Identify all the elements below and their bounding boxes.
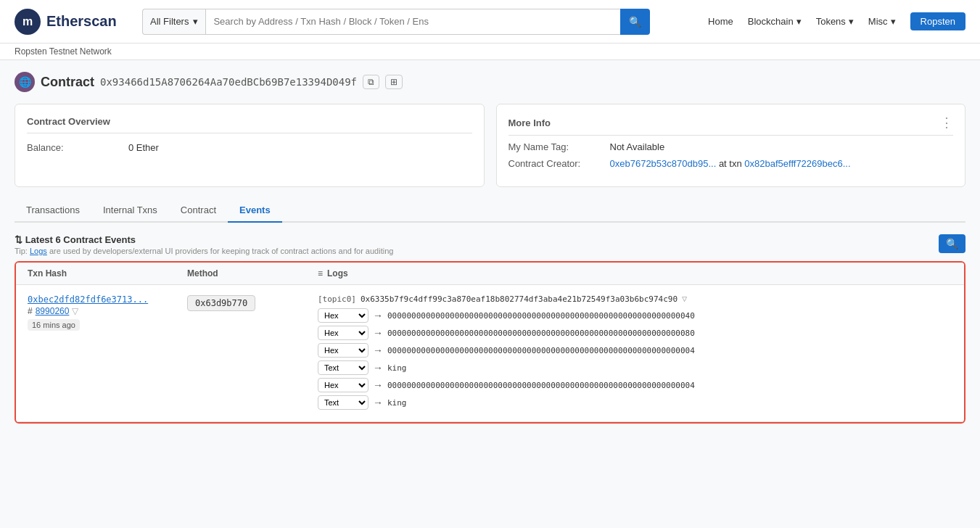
logo-text: Etherscan bbox=[46, 13, 117, 30]
block-number-link[interactable]: 8990260 bbox=[36, 306, 70, 316]
tab-transactions[interactable]: Transactions bbox=[15, 199, 91, 223]
txn-column: 0xbec2dfd82fdf6e3713... # 8990260 ▽ 16 m… bbox=[28, 294, 187, 331]
log-entry-4: HexTextNumber → 000000000000000000000000… bbox=[318, 378, 952, 392]
log-type-select-1[interactable]: HexTextNumber bbox=[318, 326, 368, 340]
arrow-icon-2: → bbox=[373, 345, 383, 356]
col-header-txn-hash: Txn Hash bbox=[28, 268, 187, 279]
header: m Etherscan All Filters ▾ 🔍 Home Blockch… bbox=[0, 0, 980, 44]
overview-card-title: Contract Overview bbox=[27, 116, 472, 133]
block-filter-icon: ▽ bbox=[72, 306, 78, 316]
network-button[interactable]: Ropsten bbox=[910, 12, 965, 30]
arrow-icon-1: → bbox=[373, 327, 383, 339]
tab-internal-txns[interactable]: Internal Txns bbox=[91, 199, 169, 223]
table-header-row: Txn Hash Method ≡ Logs bbox=[16, 263, 964, 285]
logs-column: [topic0] 0x6335b7f9c4dff99c3a870eaf18b80… bbox=[318, 294, 952, 413]
txn-hash-link[interactable]: 0xbec2dfd82fdf6e3713... bbox=[28, 294, 148, 305]
col-header-method: Method bbox=[187, 268, 318, 279]
page-content: 🌐 Contract 0x93466d15A8706264Aa70edBCb69… bbox=[0, 60, 980, 435]
contract-icon: 🌐 bbox=[15, 72, 35, 92]
network-label: Ropsten Testnet Network bbox=[15, 46, 112, 57]
topic-line: [topic0] 0x6335b7f9c4dff99c3a870eaf18b80… bbox=[318, 294, 952, 304]
log-type-select-3[interactable]: TextHexNumber bbox=[318, 360, 368, 375]
log-value-5: king bbox=[387, 398, 407, 408]
chevron-down-icon: ▾ bbox=[796, 16, 802, 27]
contract-title-row: 🌐 Contract 0x93466d15A8706264Aa70edBCb69… bbox=[15, 72, 965, 92]
balance-label: Balance: bbox=[27, 142, 128, 153]
events-title: ⇅ Latest 6 Contract Events bbox=[15, 234, 393, 245]
main-nav: Home Blockchain ▾ Tokens ▾ Misc ▾ Ropste… bbox=[708, 12, 965, 30]
tab-contract[interactable]: Contract bbox=[169, 199, 228, 223]
subheader: Ropsten Testnet Network bbox=[0, 44, 980, 60]
creator-txn-link[interactable]: 0x82baf5efff72269bec6... bbox=[744, 158, 850, 169]
logo-icon: m bbox=[15, 9, 41, 35]
creator-row: Contract Creator: 0xeb7672b53c870db95...… bbox=[508, 158, 954, 169]
col-header-logs: ≡ Logs bbox=[318, 268, 952, 279]
block-hash-symbol: # bbox=[28, 306, 33, 316]
events-section-header: ⇅ Latest 6 Contract Events Tip: Logs are… bbox=[15, 234, 965, 255]
logo-area: m Etherscan bbox=[15, 9, 131, 35]
block-info: # 8990260 ▽ bbox=[28, 306, 187, 316]
topic-filter-icon: ▽ bbox=[682, 294, 687, 304]
arrow-icon-4: → bbox=[373, 379, 383, 391]
search-button[interactable]: 🔍 bbox=[620, 9, 650, 35]
creator-value: 0xeb7672b53c870db95... at txn 0x82baf5ef… bbox=[610, 158, 851, 169]
log-value-1: 0000000000000000000000000000000000000000… bbox=[387, 329, 695, 338]
method-column: 0x63d9b770 bbox=[187, 294, 318, 311]
log-entry-1: HexTextNumber → 000000000000000000000000… bbox=[318, 326, 952, 340]
tab-events[interactable]: Events bbox=[228, 199, 282, 223]
nav-home[interactable]: Home bbox=[708, 16, 733, 27]
tabs-row: Transactions Internal Txns Contract Even… bbox=[15, 199, 965, 223]
balance-value: 0 Ether bbox=[128, 142, 159, 153]
creator-address-link[interactable]: 0xeb7672b53c870db95... bbox=[610, 158, 717, 169]
contract-label: Contract bbox=[41, 75, 94, 90]
search-input[interactable] bbox=[205, 9, 620, 35]
topic-label: [topic0] bbox=[318, 294, 356, 304]
arrow-icon-5: → bbox=[373, 397, 383, 408]
contract-overview-card: Contract Overview Balance: 0 Ether bbox=[15, 104, 485, 187]
creator-label: Contract Creator: bbox=[508, 158, 610, 169]
chevron-down-icon: ▾ bbox=[891, 16, 896, 27]
logs-list-icon: ≡ bbox=[318, 268, 323, 279]
arrow-icon-0: → bbox=[373, 310, 383, 321]
log-value-2: 0000000000000000000000000000000000000000… bbox=[387, 346, 695, 355]
log-type-select-2[interactable]: HexTextNumber bbox=[318, 343, 368, 358]
name-tag-row: My Name Tag: Not Available bbox=[508, 141, 954, 152]
filter-dropdown[interactable]: All Filters ▾ bbox=[142, 9, 205, 35]
more-info-card: More Info ⋮ My Name Tag: Not Available C… bbox=[496, 104, 966, 187]
nav-tokens[interactable]: Tokens ▾ bbox=[816, 16, 854, 27]
more-info-header: More Info ⋮ bbox=[508, 116, 954, 129]
more-info-title: More Info bbox=[508, 117, 551, 128]
events-tip: Tip: Logs are used by developers/externa… bbox=[15, 247, 393, 255]
log-entry-3: TextHexNumber → king bbox=[318, 360, 952, 375]
log-entry-2: HexTextNumber → 000000000000000000000000… bbox=[318, 343, 952, 358]
name-tag-value: Not Available bbox=[610, 141, 665, 152]
log-value-4: 0000000000000000000000000000000000000000… bbox=[387, 381, 695, 390]
log-type-select-0[interactable]: HexTextNumber bbox=[318, 308, 368, 323]
topic-hash: 0x6335b7f9c4dff99c3a870eaf18b802774df3ab… bbox=[361, 294, 678, 304]
chevron-down-icon: ▾ bbox=[193, 16, 198, 27]
log-type-select-5[interactable]: TextHexNumber bbox=[318, 395, 368, 410]
time-badge: 16 mins ago bbox=[28, 319, 80, 331]
method-badge: 0x63d9b770 bbox=[187, 295, 255, 311]
log-value-0: 0000000000000000000000000000000000000000… bbox=[387, 311, 695, 321]
balance-row: Balance: 0 Ether bbox=[27, 142, 472, 153]
logs-link[interactable]: Logs bbox=[30, 247, 47, 255]
log-entry-5: TextHexNumber → king bbox=[318, 395, 952, 410]
log-value-3: king bbox=[387, 363, 407, 373]
arrow-icon-3: → bbox=[373, 362, 383, 374]
events-table: Txn Hash Method ≡ Logs 0xbec2dfd82fdf6e3… bbox=[15, 261, 965, 424]
sort-icon: ⇅ bbox=[15, 234, 25, 245]
more-options-icon[interactable]: ⋮ bbox=[940, 116, 953, 129]
overview-row: Contract Overview Balance: 0 Ether More … bbox=[15, 104, 965, 187]
grid-view-button[interactable]: ⊞ bbox=[385, 75, 403, 89]
nav-misc[interactable]: Misc ▾ bbox=[868, 16, 896, 27]
creator-at: at txn bbox=[719, 158, 744, 169]
table-row: 0xbec2dfd82fdf6e3713... # 8990260 ▽ 16 m… bbox=[16, 285, 964, 422]
search-area: All Filters ▾ 🔍 bbox=[142, 9, 650, 35]
copy-address-button[interactable]: ⧉ bbox=[363, 75, 379, 89]
log-type-select-4[interactable]: HexTextNumber bbox=[318, 378, 368, 392]
nav-blockchain[interactable]: Blockchain ▾ bbox=[748, 16, 802, 27]
filter-label: All Filters bbox=[150, 16, 189, 27]
name-tag-label: My Name Tag: bbox=[508, 141, 610, 152]
events-search-button[interactable]: 🔍 bbox=[939, 234, 965, 253]
